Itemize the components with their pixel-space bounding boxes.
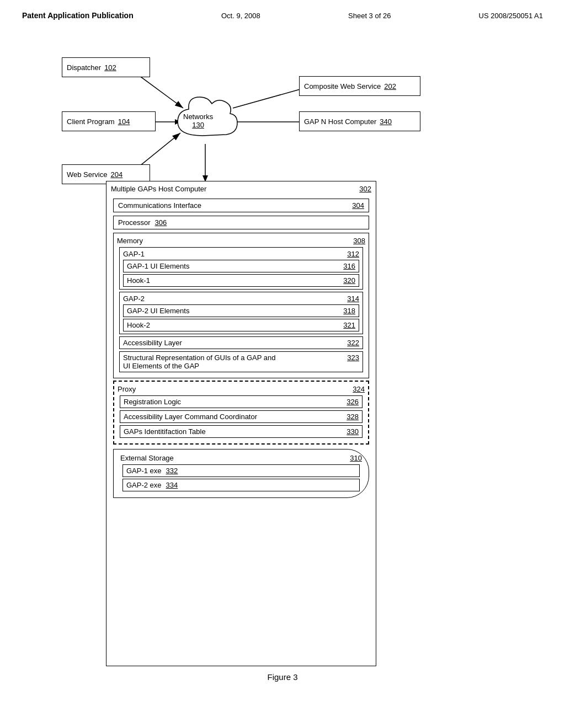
multiple-gaps-label: Multiple GAPs Host Computer xyxy=(111,185,206,193)
gap-n-host-box: GAP N Host Computer 340 xyxy=(299,111,420,131)
accessibility-layer-number: 322 xyxy=(347,339,359,347)
ext-storage-label: External Storage xyxy=(120,454,174,462)
web-service-number: 204 xyxy=(110,170,122,179)
gap2-number: 314 xyxy=(347,295,359,303)
dispatcher-label: Dispatcher xyxy=(67,63,101,72)
diagram: Dispatcher 102 Client Program 104 Web Se… xyxy=(34,36,531,687)
accessibility-layer-label: Accessibility Layer xyxy=(123,339,182,347)
processor-number: 306 xyxy=(155,218,167,227)
header-date: Oct. 9, 2008 xyxy=(221,12,260,20)
proxy-label: Proxy xyxy=(118,385,136,393)
hook2-number: 321 xyxy=(343,321,355,329)
hook2-label: Hook-2 xyxy=(127,321,150,329)
multiple-gaps-container: Multiple GAPs Host Computer 302 Communic… xyxy=(106,181,376,666)
networks-label: Networks xyxy=(183,113,213,121)
gaps-id-table-label: GAPs Identitifaction Table xyxy=(124,427,206,436)
gap1-label: GAP-1 xyxy=(123,250,145,258)
gap1-exe-number: 332 xyxy=(166,467,178,475)
dispatcher-number: 102 xyxy=(104,63,116,72)
memory-number: 308 xyxy=(353,237,365,245)
gap-n-host-number: 340 xyxy=(380,117,392,126)
registration-logic-label: Registration Logic xyxy=(124,398,181,406)
gap-n-host-label: GAP N Host Computer xyxy=(304,117,376,126)
networks-number: 130 xyxy=(183,121,213,129)
hook1-label: Hook-1 xyxy=(127,276,150,285)
composite-web-service-box: Composite Web Service 202 xyxy=(299,76,420,96)
gap1-exe-label: GAP-1 exe xyxy=(126,467,162,475)
ext-storage-number: 310 xyxy=(350,454,362,462)
structural-rep-label: Structural Representation of GUIs of a G… xyxy=(123,354,278,370)
networks-cloud: Networks 130 xyxy=(167,92,238,147)
client-program-number: 104 xyxy=(118,117,130,126)
figure-caption: Figure 3 xyxy=(34,672,531,682)
composite-ws-label: Composite Web Service xyxy=(304,82,381,90)
proxy-number: 324 xyxy=(353,385,365,393)
multiple-gaps-number: 302 xyxy=(359,185,371,193)
gap2-exe-label: GAP-2 exe xyxy=(126,481,162,489)
svg-line-5 xyxy=(233,89,302,108)
comms-interface-number: 304 xyxy=(352,201,364,210)
accessibility-cmd-label: Accessibility Layer Command Coordinator xyxy=(124,413,257,421)
figure-label: Figure 3 xyxy=(267,672,297,682)
header-patent: US 2008/250051 A1 xyxy=(479,12,543,20)
page: Patent Application Publication Oct. 9, 2… xyxy=(0,0,565,728)
gap2-exe-number: 334 xyxy=(166,481,178,489)
composite-ws-number: 202 xyxy=(384,82,396,90)
registration-logic-number: 326 xyxy=(347,398,359,406)
gap1-ui-number: 316 xyxy=(343,262,355,270)
memory-label: Memory xyxy=(117,237,143,245)
gap2-ui-number: 318 xyxy=(343,307,355,315)
gap1-number: 312 xyxy=(347,250,359,258)
page-header: Patent Application Publication Oct. 9, 2… xyxy=(22,11,543,20)
dispatcher-box: Dispatcher 102 xyxy=(62,57,150,77)
gap2-ui-label: GAP-2 UI Elements xyxy=(127,307,189,315)
client-program-label: Client Program xyxy=(67,117,115,126)
processor-label: Processor xyxy=(118,218,151,227)
gap2-label: GAP-2 xyxy=(123,295,145,303)
header-sheet: Sheet 3 of 26 xyxy=(348,12,391,20)
gap1-ui-label: GAP-1 UI Elements xyxy=(127,262,189,270)
client-program-box: Client Program 104 xyxy=(62,111,156,131)
header-publication: Patent Application Publication xyxy=(22,11,134,20)
comms-interface-label: Communications Interface xyxy=(118,201,201,210)
hook1-number: 320 xyxy=(343,276,355,285)
structural-rep-number: 323 xyxy=(347,354,359,370)
web-service-label: Web Service xyxy=(67,170,107,179)
accessibility-cmd-number: 328 xyxy=(347,413,359,421)
gaps-id-table-number: 330 xyxy=(347,427,359,436)
